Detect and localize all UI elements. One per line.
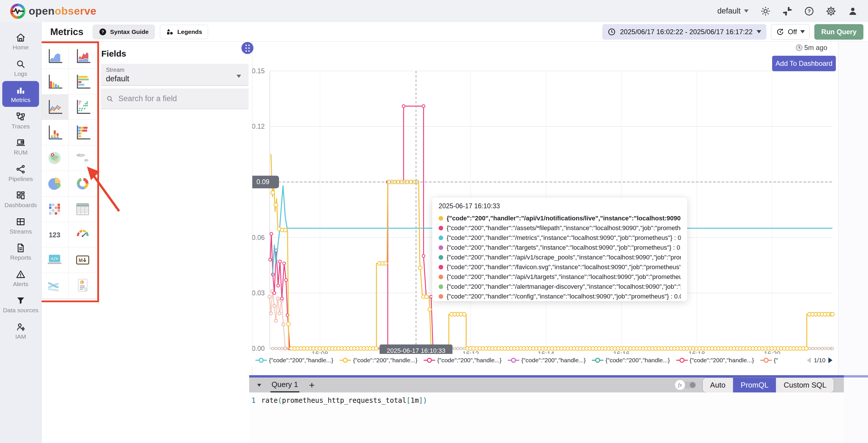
legend-prev-icon[interactable] bbox=[804, 357, 811, 363]
sidebar-item-metrics[interactable]: Metrics bbox=[2, 81, 39, 107]
chart-type-sankey[interactable] bbox=[40, 273, 69, 298]
chart-type-metric-text[interactable]: 123 bbox=[40, 222, 69, 248]
sidebar-item-reports[interactable]: Reports bbox=[2, 239, 39, 265]
query-mode-switch: AutoPromQLCustom SQL bbox=[702, 378, 834, 393]
legend-marker-icon bbox=[592, 357, 603, 363]
syntax-guide-button[interactable]: ? Syntax Guide bbox=[93, 25, 155, 39]
query-editor[interactable]: 1 rate(prometheus_http_requests_total[1m… bbox=[249, 392, 844, 443]
chevron-down-icon bbox=[744, 9, 749, 15]
bar-chart-icon bbox=[45, 73, 63, 90]
legend-item[interactable]: {"code":"200","handle...} bbox=[424, 357, 501, 364]
help-icon[interactable]: ? bbox=[804, 6, 815, 17]
add-to-dashboard-button[interactable]: Add To Dashboard bbox=[772, 56, 836, 71]
sidebar-item-home[interactable]: Home bbox=[2, 28, 39, 54]
tooltip-series-row: {"code":"200","handler":"/assets/*filepa… bbox=[439, 223, 681, 233]
last-refresh-indicator: 5m ago bbox=[795, 44, 827, 52]
add-query-button[interactable]: + bbox=[309, 380, 315, 390]
refresh-clock-icon bbox=[776, 28, 784, 36]
gear-icon[interactable] bbox=[826, 6, 836, 17]
legend-item[interactable]: {"code":"200","handle...} bbox=[676, 357, 754, 364]
donut-chart-icon bbox=[74, 175, 92, 193]
stream-selector[interactable]: Stream default bbox=[101, 64, 249, 86]
auto-refresh-selector[interactable]: Off bbox=[771, 24, 810, 40]
legend-pager: 1/10 bbox=[804, 354, 835, 366]
area-chart-icon bbox=[45, 47, 63, 65]
h-stacked-bar-chart-icon bbox=[74, 123, 92, 141]
chart-type-scatter[interactable] bbox=[69, 94, 97, 120]
sidebar-item-streams[interactable]: Streams bbox=[2, 213, 39, 238]
svg-text:0.09: 0.09 bbox=[257, 178, 270, 185]
chart-type-stacked-area[interactable] bbox=[69, 43, 97, 69]
chart-type-markdown[interactable]: M bbox=[69, 247, 97, 273]
series-color-dot bbox=[439, 265, 443, 269]
legend-item[interactable]: {"code":"200","handle...} bbox=[255, 357, 333, 364]
svg-text:?: ? bbox=[808, 8, 811, 14]
sidebar-item-iam[interactable]: IAM bbox=[2, 318, 39, 344]
chart-type-donut[interactable] bbox=[69, 171, 97, 197]
series-color-dot bbox=[439, 275, 443, 279]
panel-drag-handle[interactable] bbox=[241, 42, 253, 54]
tab-query-1[interactable]: Query 1 bbox=[270, 378, 299, 392]
stream-label: Stream bbox=[106, 67, 243, 73]
promql-query-text[interactable]: rate(prometheus_http_requests_total[1m]) bbox=[261, 396, 427, 405]
chevron-down-icon bbox=[237, 75, 241, 80]
chart-type-table[interactable] bbox=[69, 197, 97, 222]
legend-marker-icon bbox=[424, 357, 435, 363]
sun-icon[interactable] bbox=[760, 6, 771, 17]
legend-item[interactable]: {"code":"200","handle...} bbox=[592, 357, 670, 364]
sidebar-item-data-sources[interactable]: Data sources bbox=[2, 291, 39, 317]
tooltip-series-row: {"code":"200","handler":"/favicon.svg","… bbox=[439, 262, 681, 272]
legend-next-icon[interactable] bbox=[828, 357, 835, 363]
chart-type-geomap[interactable] bbox=[40, 145, 69, 171]
chart-type-bar[interactable] bbox=[40, 69, 69, 94]
sidebar-item-dashboards[interactable]: Dashboards bbox=[2, 186, 39, 212]
legend-item[interactable]: {" bbox=[761, 357, 778, 364]
vrl-function-toggle[interactable]: fx bbox=[675, 380, 696, 390]
chart-type-h-stacked-bar[interactable] bbox=[69, 120, 97, 145]
sidebar-item-rum[interactable]: RUM bbox=[2, 134, 39, 159]
chart-type-stacked-bar[interactable] bbox=[40, 120, 69, 145]
question-filled-icon: ? bbox=[99, 28, 107, 36]
sidebar-item-pipelines[interactable]: Pipelines bbox=[2, 160, 39, 186]
legends-button[interactable]: Legends bbox=[160, 25, 208, 39]
sidebar-item-alerts[interactable]: Alerts bbox=[2, 265, 39, 291]
run-query-button[interactable]: Run Query bbox=[814, 24, 863, 40]
legend-item[interactable]: {"code":"200","handle...} bbox=[340, 357, 417, 364]
chart-type-line[interactable] bbox=[40, 94, 69, 120]
query-tabbar: Query 1 + fx AutoPromQLCustom SQL bbox=[249, 378, 844, 392]
chart-type-h-bar[interactable] bbox=[69, 69, 97, 94]
sidebar-item-logs[interactable]: Logs bbox=[2, 55, 39, 81]
legend-item[interactable]: {"code":"200","handle...} bbox=[508, 357, 586, 364]
line-chart-icon bbox=[45, 98, 63, 116]
chart-type-html[interactable]: </> bbox=[40, 247, 69, 273]
sidebar-item-traces[interactable]: Traces bbox=[2, 108, 39, 133]
query-mode-custom-sql[interactable]: Custom SQL bbox=[776, 378, 834, 392]
metrics-toolbar: Metrics ? Syntax Guide Legends 2025/06/1… bbox=[42, 22, 868, 42]
chart-type-panel: 123</>M bbox=[40, 43, 97, 299]
query-mode-auto[interactable]: Auto bbox=[703, 378, 733, 392]
field-search-input[interactable] bbox=[118, 94, 243, 103]
person-icon[interactable] bbox=[847, 6, 858, 17]
sidebar-item-label: Metrics bbox=[11, 96, 30, 104]
gauge-chart-icon bbox=[74, 226, 92, 243]
series-color-dot bbox=[439, 216, 443, 220]
sidebar-item-label: Dashboards bbox=[4, 202, 37, 209]
query-mode-promql[interactable]: PromQL bbox=[733, 378, 776, 392]
fields-panel: Fields Stream default bbox=[97, 42, 252, 375]
panel-divider bbox=[252, 42, 252, 375]
collapse-query-icon[interactable] bbox=[257, 384, 261, 389]
openobserve-logo[interactable]: openobserve bbox=[10, 3, 96, 19]
slack-icon[interactable] bbox=[782, 6, 793, 17]
chart-type-heatmap[interactable] bbox=[40, 197, 69, 222]
organization-selector[interactable]: default bbox=[717, 7, 749, 16]
svg-text:2025-06-17 16:10:33: 2025-06-17 16:10:33 bbox=[386, 347, 445, 354]
chart-type-pie[interactable] bbox=[40, 171, 69, 197]
svg-text:?: ? bbox=[101, 30, 104, 34]
series-color-dot bbox=[439, 226, 443, 230]
time-range-picker[interactable]: 2025/06/17 16:02:22 - 2025/06/17 16:17:2… bbox=[602, 24, 766, 40]
chart-type-custom-chart[interactable] bbox=[69, 273, 97, 298]
chart-type-gauge[interactable] bbox=[69, 222, 97, 248]
chart-type-maps[interactable] bbox=[69, 145, 97, 171]
sidebar-item-label: Reports bbox=[10, 254, 31, 261]
chart-type-area[interactable] bbox=[40, 43, 69, 69]
